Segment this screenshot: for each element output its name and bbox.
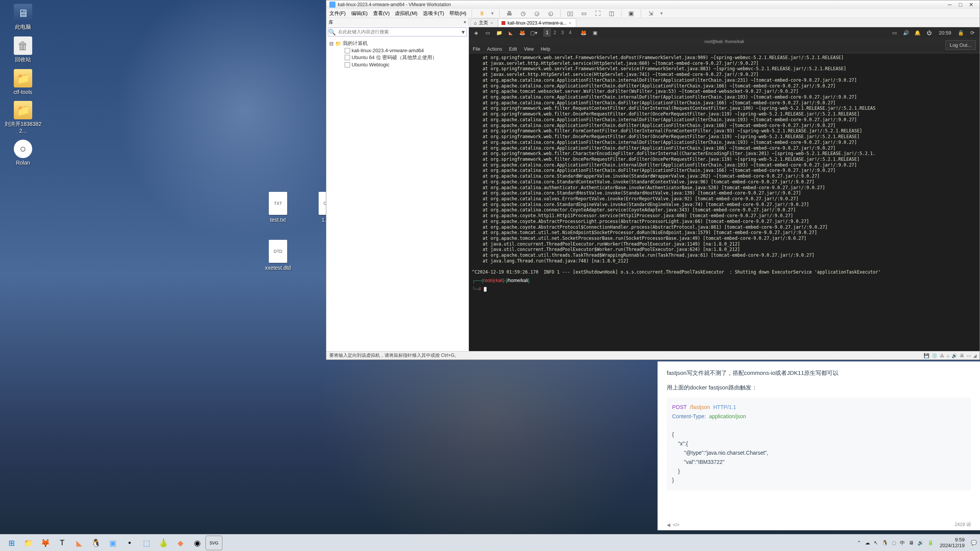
library-search[interactable]: 🔍 ▾ <box>328 27 467 36</box>
menu-vm[interactable]: 虚拟机(M) <box>395 10 418 17</box>
file-xxetest-dtd[interactable]: DTD xxetest.dtd <box>261 240 295 271</box>
search-dropdown-icon[interactable]: ▾ <box>460 28 467 36</box>
kali-lock-icon[interactable]: 🔒 <box>956 28 966 37</box>
fullscreen-icon[interactable]: ⛶ <box>594 9 602 18</box>
kali-burp-icon[interactable]: ◣ <box>506 28 516 37</box>
taskbar-svg-icon[interactable]: SVG <box>206 536 222 550</box>
tray-notification-icon[interactable]: 💬 <box>971 540 977 546</box>
tray-chevron-icon[interactable]: ⌃ <box>857 540 861 546</box>
tray-sync-icon[interactable]: ◌ <box>892 540 896 546</box>
status-disk-icon[interactable]: 💾 <box>924 353 929 358</box>
kali-firefox-icon[interactable]: 🦊 <box>517 28 527 37</box>
minimize-button[interactable]: ─ <box>944 1 955 8</box>
status-usb-icon[interactable]: ⏚ <box>947 353 949 358</box>
icon-rolan[interactable]: ○ Rolan <box>4 140 42 166</box>
tree-vm-ubuntu1[interactable]: Ubuntu 64 位 密码破（其他禁止使用） <box>345 54 465 61</box>
snapshot-manage-icon[interactable]: ◶ <box>533 9 541 18</box>
taskbar-vmware-icon[interactable]: ▣ <box>104 536 121 550</box>
icon-folder-ctftools[interactable]: 📁 ctf-tools <box>4 69 42 95</box>
kali-notify-icon[interactable]: 🔔 <box>913 28 922 37</box>
taskbar-postman-icon[interactable]: ◆ <box>172 536 189 550</box>
close-library-button[interactable]: × <box>464 20 466 25</box>
tree-vm-ubuntu2[interactable]: Ubuntu Weblogic <box>345 61 465 68</box>
tab-close-icon[interactable]: × <box>569 21 571 25</box>
workspace-3[interactable]: 3 <box>559 28 566 37</box>
menu-help[interactable]: 帮助(H) <box>449 10 466 17</box>
kali-desktop-icon[interactable]: ▭ <box>483 28 493 37</box>
menu-tabs[interactable]: 选项卡(T) <box>423 10 444 17</box>
taskbar-firefox-icon[interactable]: 🦊 <box>37 536 54 550</box>
tray-cloud-icon[interactable]: ☁ <box>865 540 870 546</box>
taskbar-vscode-icon[interactable]: ⬚ <box>138 536 155 550</box>
file-test-txt[interactable]: TXT test.txt <box>261 192 295 223</box>
icon-this-pc[interactable]: 🖥 此电脑 <box>4 4 42 31</box>
taskbar-typora-icon[interactable]: T <box>54 536 71 550</box>
term-menu-edit[interactable]: Edit <box>509 46 517 52</box>
snapshot-revert-icon[interactable]: ◵ <box>546 9 555 18</box>
tray-qq-icon[interactable]: 🐧 <box>882 540 888 546</box>
tray-power-icon[interactable]: 🔋 <box>927 540 934 546</box>
menu-edit[interactable]: 编辑(E) <box>351 10 368 17</box>
menu-file[interactable]: 文件(F) <box>329 10 346 17</box>
tab-home[interactable]: ⌂ 主页 × <box>470 18 498 27</box>
status-printer-icon[interactable]: 🖶 <box>960 353 964 358</box>
term-menu-help[interactable]: Help <box>541 46 550 52</box>
kali-screen-icon[interactable]: ▭ <box>890 28 899 37</box>
tree-vm-kali[interactable]: kali-linux-2023.4-vmware-amd64 <box>345 47 465 54</box>
unity-icon[interactable]: ◫ <box>607 9 616 18</box>
kali-logout-popup[interactable]: Log Out... <box>945 40 976 50</box>
taskbar-explorer-icon[interactable]: 📁 <box>20 536 37 550</box>
status-net-icon[interactable]: 🖧 <box>940 353 944 358</box>
tray-ime-icon[interactable]: 中 <box>900 539 905 546</box>
print-icon[interactable]: 🖶 <box>505 9 513 18</box>
status-sound-icon[interactable]: 🔊 <box>952 353 957 358</box>
tray-network-icon[interactable]: 🖥 <box>909 540 914 546</box>
kali-stop-icon[interactable]: ⏻ <box>924 28 934 37</box>
pause-button[interactable]: ⏸ <box>477 9 486 18</box>
term-menu-actions[interactable]: Actions <box>487 46 502 52</box>
vmware-titlebar[interactable]: kali-linux-2023.4-vmware-amd64 - VMware … <box>326 0 980 9</box>
workspace-4[interactable]: 4 <box>566 28 574 37</box>
terminal-body[interactable]: at org.springframework.web.servlet.Frame… <box>469 53 980 351</box>
workspace-2[interactable]: 2 <box>551 28 559 37</box>
icon-folder-user[interactable]: 📁 刘洪开18383822... <box>4 101 42 134</box>
layout2-icon[interactable]: ▭ <box>580 9 588 18</box>
code-view-icon[interactable]: </> <box>673 522 679 528</box>
term-menu-file[interactable]: File <box>473 46 480 52</box>
nav-back-icon[interactable]: ◀ <box>667 522 670 528</box>
maximize-button[interactable]: □ <box>955 1 966 8</box>
kali-vm-screen[interactable]: ◈ ▭ 📁 ◣ 🦊 ▢▾ 1 2 3 4 🦊 ▣ ▭ <box>469 27 980 351</box>
tray-volume-icon[interactable]: 🔊 <box>918 540 924 546</box>
kali-power-icon[interactable]: ⟳ <box>967 28 977 37</box>
taskbar-burp-icon[interactable]: ◣ <box>71 536 87 550</box>
taskbar-wsl-icon[interactable]: 🐧 <box>87 536 104 550</box>
kali-firefox2-icon[interactable]: 🦊 <box>579 28 589 37</box>
kali-menu-icon[interactable]: ◈ <box>471 28 481 37</box>
kali-volume-icon[interactable]: 🔊 <box>901 28 911 37</box>
status-cd-icon[interactable]: 💿 <box>932 353 937 358</box>
menu-view[interactable]: 查看(V) <box>373 10 390 17</box>
tab-close-icon[interactable]: × <box>490 21 493 25</box>
tab-kali[interactable]: kali-linux-2023.4-vmware-a... × <box>498 18 577 27</box>
console-icon[interactable]: ▣ <box>627 9 635 18</box>
tray-cursor-icon[interactable]: ↖ <box>874 540 878 546</box>
stretch-icon[interactable]: ⇲ <box>646 9 655 18</box>
kali-terminal-icon[interactable]: ▢▾ <box>529 28 539 37</box>
term-menu-view[interactable]: View <box>524 46 534 52</box>
snapshot-icon[interactable]: ◷ <box>519 9 527 18</box>
close-button[interactable]: ✕ <box>966 1 977 8</box>
kali-term2-icon[interactable]: ▣ <box>590 28 600 37</box>
status-display-icon[interactable]: ▭ <box>967 353 971 358</box>
taskbar-pear-icon[interactable]: 🍐 <box>155 536 172 550</box>
taskbar-clock[interactable]: 9:59 2024/12/19 <box>937 537 967 549</box>
kali-files-icon[interactable]: 📁 <box>494 28 504 37</box>
search-input[interactable] <box>336 29 460 35</box>
layout1-icon[interactable]: ▯▯ <box>566 9 574 18</box>
workspace-1[interactable]: 1 <box>543 28 551 37</box>
icon-recycle-bin[interactable]: 🗑 回收站 <box>4 36 42 63</box>
taskbar-terminal-icon[interactable]: ▪ <box>121 536 138 550</box>
taskbar-obs-icon[interactable]: ◉ <box>189 536 206 550</box>
tree-root[interactable]: ⊟📁我的计算机 <box>329 40 465 47</box>
start-button[interactable]: ⊞ <box>3 536 20 550</box>
kali-clock[interactable]: 20:59 <box>936 30 954 36</box>
